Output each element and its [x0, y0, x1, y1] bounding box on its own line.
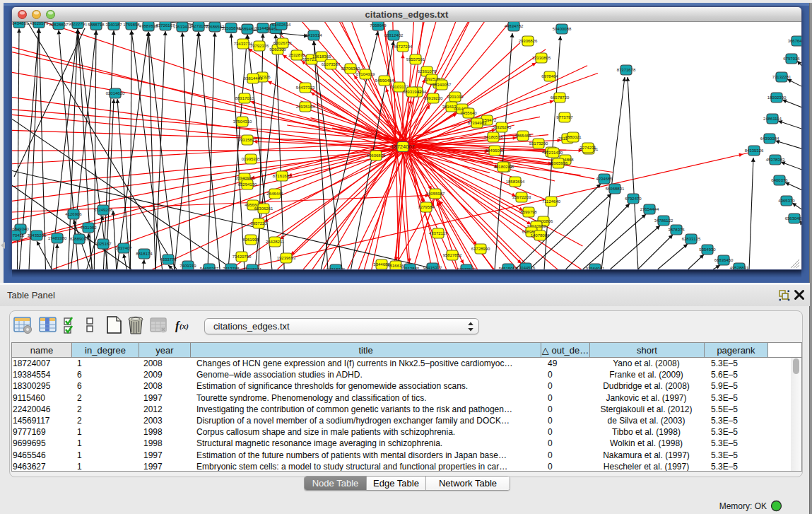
svg-text:0837407: 0837407: [115, 246, 132, 250]
svg-text:18724007: 18724007: [391, 144, 414, 150]
svg-text:65630481: 65630481: [785, 216, 801, 221]
svg-text:73132281: 73132281: [772, 75, 792, 79]
svg-text:99315827: 99315827: [238, 138, 257, 142]
svg-text:87161682: 87161682: [273, 174, 292, 178]
svg-text:7413748: 7413748: [223, 267, 240, 269]
svg-text:13044516: 13044516: [517, 266, 536, 269]
svg-text:08312402: 08312402: [384, 33, 404, 37]
svg-text:30435205: 30435205: [28, 233, 47, 238]
svg-text:17483380: 17483380: [48, 236, 67, 240]
svg-text:73420750: 73420750: [233, 255, 252, 259]
svg-text:61073587: 61073587: [322, 62, 341, 66]
svg-text:3340187: 3340187: [105, 23, 122, 27]
svg-text:7058649: 7058649: [370, 23, 387, 28]
svg-text:64390084: 64390084: [760, 136, 779, 141]
svg-text:87394983: 87394983: [468, 121, 487, 125]
svg-text:29306826: 29306826: [519, 39, 538, 43]
svg-text:4865465: 4865465: [514, 134, 531, 138]
svg-text:25428211: 25428211: [266, 240, 285, 244]
svg-text:01995305: 01995305: [242, 157, 261, 161]
svg-text:50400088: 50400088: [553, 27, 572, 31]
svg-text:6957220: 6957220: [250, 221, 267, 226]
svg-text:8261995: 8261995: [242, 238, 259, 242]
svg-text:6797016: 6797016: [783, 57, 800, 61]
svg-text:54590454: 54590454: [375, 78, 394, 83]
svg-text:98415377: 98415377: [423, 266, 442, 269]
svg-text:07104319: 07104319: [356, 72, 375, 76]
svg-text:6589481: 6589481: [239, 27, 256, 31]
svg-text:37504310: 37504310: [233, 119, 252, 124]
svg-text:08931942: 08931942: [403, 90, 422, 94]
svg-text:63728990: 63728990: [471, 247, 490, 251]
svg-text:1419314: 1419314: [305, 33, 322, 37]
svg-text:12330805: 12330805: [532, 56, 551, 60]
svg-text:02077642: 02077642: [457, 267, 476, 269]
svg-text:54499207: 54499207: [200, 267, 219, 269]
svg-text:14078066: 14078066: [531, 233, 550, 238]
svg-text:5344688: 5344688: [373, 262, 390, 267]
svg-text:43180243: 43180243: [494, 165, 513, 169]
svg-text:55706360: 55706360: [341, 66, 360, 71]
svg-text:48620579: 48620579: [30, 22, 49, 25]
svg-text:36676402: 36676402: [788, 39, 801, 43]
svg-text:30434839: 30434839: [12, 22, 29, 25]
svg-text:87371678: 87371678: [617, 68, 636, 72]
svg-text:15618365: 15618365: [312, 54, 331, 59]
svg-text:91564041: 91564041: [586, 267, 605, 269]
svg-text:50326245: 50326245: [493, 125, 512, 129]
svg-text:6400376: 6400376: [771, 178, 788, 182]
svg-text:44834782: 44834782: [505, 24, 524, 28]
svg-text:04718746: 04718746: [326, 267, 346, 269]
svg-text:27654444: 27654444: [640, 207, 659, 211]
svg-text:95827852: 95827852: [443, 253, 462, 257]
svg-text:0201019: 0201019: [447, 95, 464, 99]
svg-text:24935164: 24935164: [296, 105, 315, 109]
svg-text:51402614: 51402614: [272, 23, 291, 27]
svg-text:5888718: 5888718: [88, 23, 105, 27]
svg-text:90222791: 90222791: [69, 22, 88, 26]
svg-text:5354930: 5354930: [699, 247, 716, 252]
svg-text:8818174: 8818174: [136, 252, 153, 256]
svg-text:55173290: 55173290: [529, 141, 548, 146]
svg-text:56068831: 56068831: [606, 187, 625, 191]
svg-text:66306261: 66306261: [254, 206, 273, 211]
svg-text:84495003: 84495003: [486, 148, 505, 153]
svg-text:22470455: 22470455: [12, 233, 25, 238]
svg-text:66836450: 66836450: [714, 258, 734, 262]
svg-text:19792376: 19792376: [250, 44, 269, 48]
svg-text:4431982: 4431982: [80, 226, 97, 230]
svg-text:0025167: 0025167: [95, 242, 112, 246]
svg-text:93557591: 93557591: [406, 57, 425, 62]
svg-text:57249208: 57249208: [94, 208, 113, 212]
svg-text:19239693: 19239693: [277, 256, 296, 260]
svg-text:77718341: 77718341: [243, 267, 262, 269]
svg-text:93814449: 93814449: [244, 76, 263, 81]
svg-text:82889093: 82889093: [70, 237, 89, 241]
svg-text:51505877: 51505877: [222, 26, 241, 30]
svg-text:02014620: 02014620: [106, 91, 125, 95]
svg-text:66578720: 66578720: [551, 95, 570, 100]
svg-text:69919220: 69919220: [424, 96, 443, 100]
svg-text:71124640: 71124640: [542, 199, 561, 204]
svg-text:45378383: 45378383: [766, 158, 785, 162]
svg-text:65294130: 65294130: [238, 182, 257, 187]
svg-text:8599798: 8599798: [520, 210, 537, 214]
svg-text:4234685: 4234685: [596, 177, 613, 181]
svg-text:46727204: 46727204: [394, 45, 413, 49]
svg-text:90606815: 90606815: [367, 153, 386, 158]
svg-text:17231430: 17231430: [544, 151, 563, 155]
svg-text:4365370: 4365370: [778, 199, 795, 203]
svg-text:24861114: 24861114: [763, 117, 782, 121]
svg-text:3274231: 3274231: [579, 146, 596, 150]
svg-text:35972203: 35972203: [512, 195, 531, 199]
svg-text:4126906: 4126906: [65, 212, 82, 216]
svg-text:34786122: 34786122: [654, 218, 673, 223]
svg-text:3455640: 3455640: [460, 111, 477, 115]
svg-text:9773797: 9773797: [556, 115, 573, 119]
svg-text:7409319: 7409319: [180, 264, 196, 268]
svg-text:54437323: 54437323: [296, 86, 315, 90]
svg-text:(x): (x): [180, 322, 189, 331]
svg-text:6792470: 6792470: [625, 197, 642, 201]
svg-text:5516616: 5516616: [387, 264, 404, 268]
svg-text:25365936: 25365936: [549, 161, 568, 165]
